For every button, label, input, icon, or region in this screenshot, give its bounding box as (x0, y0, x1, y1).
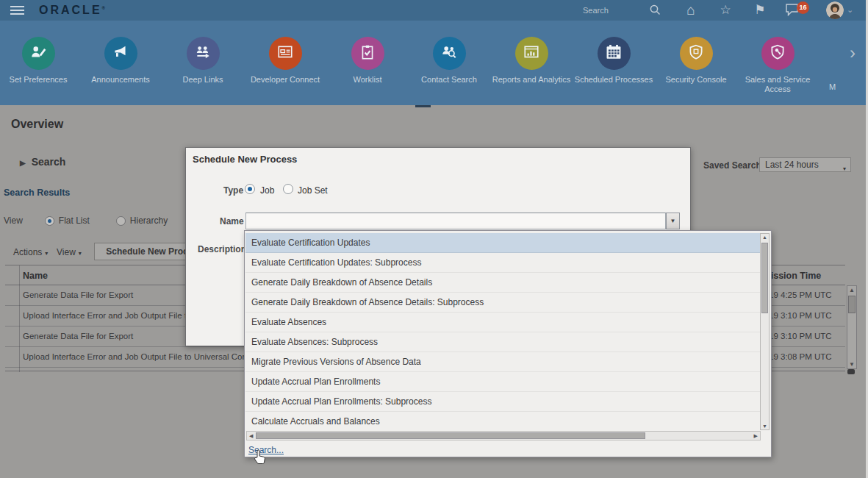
app-icon-band: Set Preferences Announcements Deep Links… (0, 21, 868, 105)
user-menu-chevron-icon[interactable]: ⌄ (847, 5, 853, 15)
scroll-down-icon[interactable]: ▼ (847, 361, 856, 368)
contact-search-icon (440, 43, 458, 64)
scroll-up-icon[interactable]: ▲ (761, 235, 769, 240)
dropdown-item[interactable]: Generate Daily Breakdown of Absence Deta… (245, 293, 760, 313)
nav-scroll-right-icon[interactable]: › (850, 43, 856, 63)
saved-search-label: Saved Search (703, 160, 761, 171)
dropdown-vertical-scrollbar[interactable]: ▲ ▼ (760, 233, 770, 430)
view-menu[interactable]: View▾ (57, 247, 82, 257)
scroll-right-icon[interactable]: ▶ (754, 433, 758, 439)
nav-item-developer-connect[interactable]: Developer Connect (244, 37, 326, 85)
scroll-up-icon[interactable]: ▲ (847, 287, 856, 293)
nav-item-announcements[interactable]: Announcements (79, 37, 162, 85)
dropdown-item[interactable]: Calculate Accruals and Balances (245, 412, 760, 432)
hierarchy-radio[interactable] (116, 216, 126, 226)
nav-item-security-console[interactable]: Security Console (655, 37, 737, 85)
dropdown-item[interactable]: Generate Daily Breakdown of Absence Deta… (245, 273, 760, 293)
dropdown-item[interactable]: Evaluate Certification Updates: Subproce… (245, 253, 760, 273)
dropdown-horizontal-scrollbar[interactable]: ◀ ▶ (246, 431, 761, 440)
dropdown-item[interactable]: Evaluate Absences (245, 313, 760, 332)
scroll-down-icon[interactable]: ▼ (761, 424, 769, 429)
scrollbar-corner (847, 369, 855, 374)
nav-item-clipped-label[interactable]: M (829, 82, 836, 91)
nav-item-sales-service-access[interactable]: Sales and Service Access (736, 37, 819, 94)
row-selector-column-divider (19, 265, 20, 372)
combo-dropdown-icon: ▼ (670, 218, 676, 224)
dropdown-item[interactable]: Update Accrual Plan Enrollments (245, 372, 760, 392)
job-radio-label: Job (260, 185, 274, 196)
app-window: ORACLE® Search ⌂ ☆ ⚑ 16 ⌄ Set Preference… (0, 0, 868, 478)
table-vertical-scrollbar[interactable]: ▲ ▼ (847, 285, 857, 369)
flag-watchlist-icon[interactable]: ⚑ (753, 3, 767, 18)
chart-window-icon (523, 43, 540, 64)
dialog-title: Schedule New Process (193, 154, 297, 165)
process-name-input[interactable] (245, 213, 666, 229)
actions-dropdown-icon: ▾ (45, 250, 48, 257)
nav-scroll-indicator (415, 105, 431, 107)
saved-search-select[interactable]: Last 24 hours ▾ (759, 157, 851, 172)
job-set-radio-label: Job Set (298, 185, 328, 196)
nav-item-scheduled-processes[interactable]: Scheduled Processes (573, 37, 655, 85)
select-dropdown-icon: ▾ (843, 163, 846, 176)
scrollbar-thumb[interactable] (761, 243, 768, 313)
scrollbar-thumb[interactable] (848, 296, 856, 313)
search-section-toggle[interactable]: ▶Search (20, 156, 65, 168)
name-combobox-button[interactable]: ▼ (666, 213, 680, 229)
dropdown-item[interactable]: Update Accrual Plan Enrollments: Subproc… (245, 392, 760, 412)
page-title: Overview (11, 118, 63, 131)
view-dropdown-icon: ▾ (79, 250, 82, 257)
flat-list-label: Flat List (59, 215, 90, 226)
calendar-icon (604, 43, 623, 65)
shield-key-icon (769, 43, 786, 64)
search-results-heading: Search Results (4, 188, 70, 198)
process-name-dropdown-list: Evaluate Certification Updates Evaluate … (244, 230, 772, 457)
oracle-logo: ORACLE® (39, 4, 105, 17)
nav-item-contact-search[interactable]: Contact Search (408, 37, 490, 85)
favorites-star-icon[interactable]: ☆ (718, 3, 733, 18)
shield-icon (687, 43, 705, 64)
mouse-hand-cursor (254, 449, 266, 468)
browser-window-icon (276, 43, 294, 64)
scrollbar-thumb[interactable] (256, 432, 645, 439)
top-navigation-bar: ORACLE® Search ⌂ ☆ ⚑ 16 ⌄ (0, 0, 868, 21)
user-avatar[interactable] (826, 1, 844, 19)
scroll-left-icon[interactable]: ◀ (249, 433, 253, 439)
global-search-input[interactable]: Search (583, 6, 609, 15)
search-icon[interactable] (648, 3, 662, 18)
flat-list-radio[interactable] (45, 216, 54, 226)
dropdown-item[interactable]: Migrate Previous Versions of Absence Dat… (245, 352, 760, 372)
dropdown-item[interactable]: Evaluate Absences: Subprocess (245, 332, 760, 352)
notification-count-badge: 16 (797, 1, 809, 14)
hierarchy-label: Hierarchy (130, 215, 168, 226)
home-icon[interactable]: ⌂ (684, 3, 698, 18)
people-arrow-icon (194, 43, 212, 64)
view-label: View (4, 215, 23, 226)
person-pencil-icon (29, 43, 47, 64)
actions-menu[interactable]: Actions▾ (13, 247, 48, 257)
nav-item-deep-links[interactable]: Deep Links (162, 37, 244, 85)
view-mode-row: View Flat List Hierarchy (4, 215, 168, 226)
description-label: Description (198, 244, 246, 254)
job-set-radio[interactable] (283, 184, 293, 194)
name-column-header[interactable]: Name (23, 271, 48, 281)
nav-item-reports-analytics[interactable]: Reports and Analytics (490, 37, 573, 85)
nav-item-set-preferences[interactable]: Set Preferences (0, 37, 79, 85)
dropdown-item[interactable]: Evaluate Certification Updates (245, 233, 760, 253)
clipboard-check-icon (359, 43, 376, 64)
job-radio[interactable] (245, 184, 255, 194)
expand-triangle-icon[interactable]: ▶ (20, 159, 26, 167)
name-label: Name (220, 216, 244, 226)
megaphone-icon (112, 43, 129, 64)
type-label: Type (223, 185, 243, 196)
nav-item-worklist[interactable]: Worklist (326, 37, 409, 85)
hamburger-menu-icon[interactable] (10, 6, 24, 15)
